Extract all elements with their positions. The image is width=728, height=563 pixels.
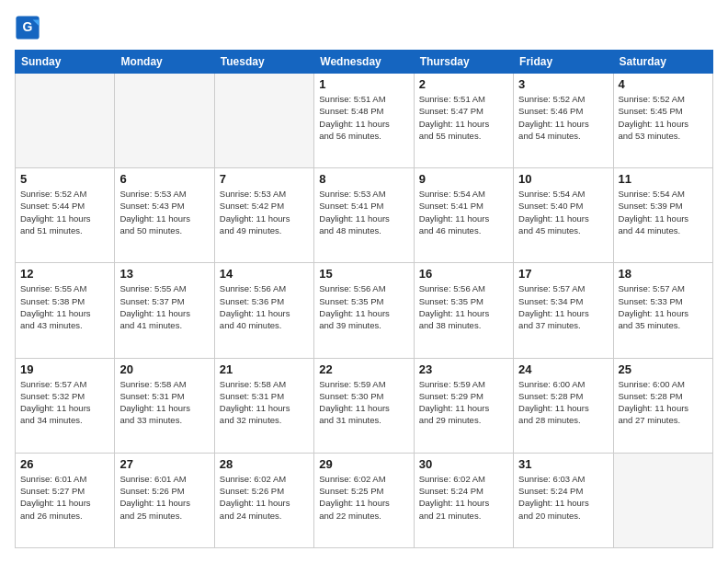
day-info: Sunrise: 6:02 AMSunset: 5:24 PMDaylight:… [419,473,508,522]
calendar-cell: 15Sunrise: 5:56 AMSunset: 5:35 PMDayligh… [314,263,414,358]
day-info: Sunrise: 5:54 AMSunset: 5:39 PMDaylight:… [619,188,708,236]
week-row-5: 26Sunrise: 6:01 AMSunset: 5:27 PMDayligh… [16,453,713,547]
day-number: 13 [119,267,209,281]
day-number: 17 [518,267,608,281]
logo: G [15,15,44,40]
week-row-3: 12Sunrise: 5:55 AMSunset: 5:38 PMDayligh… [16,263,713,358]
calendar-cell: 7Sunrise: 5:53 AMSunset: 5:42 PMDaylight… [214,168,313,263]
weekday-header-sunday: Sunday [16,51,115,74]
day-number: 10 [518,172,608,186]
day-number: 21 [220,362,309,376]
page: G SundayMondayTuesdayWednesdayThursdayFr… [0,0,728,563]
calendar-cell: 8Sunrise: 5:53 AMSunset: 5:41 PMDaylight… [314,168,414,263]
weekday-header-wednesday: Wednesday [314,51,414,74]
weekday-header-thursday: Thursday [414,51,513,74]
calendar-cell [16,74,115,168]
calendar-cell: 27Sunrise: 6:01 AMSunset: 5:26 PMDayligh… [115,453,214,547]
day-number: 27 [119,457,209,471]
day-number: 26 [20,457,109,471]
day-info: Sunrise: 5:52 AMSunset: 5:46 PMDaylight:… [518,93,608,142]
calendar-cell: 9Sunrise: 5:54 AMSunset: 5:41 PMDaylight… [414,168,513,263]
calendar-cell: 6Sunrise: 5:53 AMSunset: 5:43 PMDaylight… [115,168,214,263]
day-number: 23 [419,362,508,376]
calendar-table: SundayMondayTuesdayWednesdayThursdayFrid… [15,50,713,548]
day-info: Sunrise: 5:53 AMSunset: 5:41 PMDaylight:… [319,188,408,236]
day-number: 28 [220,457,309,471]
calendar-cell [613,453,712,547]
day-number: 19 [20,362,109,376]
day-number: 25 [619,362,708,376]
day-info: Sunrise: 5:56 AMSunset: 5:35 PMDaylight:… [419,282,508,331]
weekday-header-row: SundayMondayTuesdayWednesdayThursdayFrid… [16,51,713,74]
day-number: 14 [220,267,309,281]
calendar-cell: 19Sunrise: 5:57 AMSunset: 5:32 PMDayligh… [16,358,115,453]
day-number: 22 [319,362,408,376]
day-number: 31 [518,457,608,471]
day-number: 30 [419,457,508,471]
day-info: Sunrise: 5:51 AMSunset: 5:47 PMDaylight:… [419,93,508,142]
calendar-cell [214,74,313,168]
calendar-cell: 5Sunrise: 5:52 AMSunset: 5:44 PMDaylight… [16,168,115,263]
day-info: Sunrise: 5:53 AMSunset: 5:42 PMDaylight:… [220,188,309,236]
calendar-cell: 25Sunrise: 6:00 AMSunset: 5:28 PMDayligh… [613,358,712,453]
calendar-cell: 1Sunrise: 5:51 AMSunset: 5:48 PMDaylight… [314,74,414,168]
calendar-cell [115,74,214,168]
day-number: 15 [319,267,408,281]
calendar-cell: 11Sunrise: 5:54 AMSunset: 5:39 PMDayligh… [613,168,712,263]
week-row-2: 5Sunrise: 5:52 AMSunset: 5:44 PMDaylight… [16,168,713,263]
day-number: 18 [619,267,708,281]
day-number: 3 [518,77,608,91]
day-number: 11 [619,172,708,186]
day-info: Sunrise: 5:51 AMSunset: 5:48 PMDaylight:… [319,93,408,142]
day-info: Sunrise: 6:02 AMSunset: 5:26 PMDaylight:… [220,473,309,522]
calendar-cell: 22Sunrise: 5:59 AMSunset: 5:30 PMDayligh… [314,358,414,453]
day-number: 29 [319,457,408,471]
calendar-cell: 3Sunrise: 5:52 AMSunset: 5:46 PMDaylight… [514,74,613,168]
week-row-1: 1Sunrise: 5:51 AMSunset: 5:48 PMDaylight… [16,74,713,168]
calendar-cell: 17Sunrise: 5:57 AMSunset: 5:34 PMDayligh… [514,263,613,358]
day-info: Sunrise: 6:03 AMSunset: 5:24 PMDaylight:… [518,473,608,522]
weekday-header-friday: Friday [514,51,613,74]
day-info: Sunrise: 6:02 AMSunset: 5:25 PMDaylight:… [319,473,408,522]
calendar-cell: 20Sunrise: 5:58 AMSunset: 5:31 PMDayligh… [115,358,214,453]
day-number: 2 [419,77,508,91]
calendar-cell: 26Sunrise: 6:01 AMSunset: 5:27 PMDayligh… [16,453,115,547]
day-number: 20 [119,362,209,376]
day-number: 7 [220,172,309,186]
day-number: 12 [20,267,109,281]
calendar-cell: 14Sunrise: 5:56 AMSunset: 5:36 PMDayligh… [214,263,313,358]
day-info: Sunrise: 5:52 AMSunset: 5:45 PMDaylight:… [619,93,708,142]
day-info: Sunrise: 6:01 AMSunset: 5:27 PMDaylight:… [20,473,109,522]
calendar-cell: 16Sunrise: 5:56 AMSunset: 5:35 PMDayligh… [414,263,513,358]
calendar-cell: 10Sunrise: 5:54 AMSunset: 5:40 PMDayligh… [514,168,613,263]
day-info: Sunrise: 5:59 AMSunset: 5:29 PMDaylight:… [419,378,508,427]
calendar-cell: 4Sunrise: 5:52 AMSunset: 5:45 PMDaylight… [613,74,712,168]
calendar-cell: 12Sunrise: 5:55 AMSunset: 5:38 PMDayligh… [16,263,115,358]
day-info: Sunrise: 5:55 AMSunset: 5:37 PMDaylight:… [119,282,209,331]
day-info: Sunrise: 6:00 AMSunset: 5:28 PMDaylight:… [619,378,708,427]
day-info: Sunrise: 6:00 AMSunset: 5:28 PMDaylight:… [518,378,608,427]
calendar-cell: 21Sunrise: 5:58 AMSunset: 5:31 PMDayligh… [214,358,313,453]
header: G [15,15,713,40]
day-info: Sunrise: 5:54 AMSunset: 5:41 PMDaylight:… [419,188,508,236]
day-number: 6 [119,172,209,186]
day-number: 24 [518,362,608,376]
day-number: 5 [20,172,109,186]
day-info: Sunrise: 5:57 AMSunset: 5:33 PMDaylight:… [619,282,708,331]
day-number: 8 [319,172,408,186]
svg-text:G: G [23,19,33,34]
day-number: 4 [619,77,708,91]
day-info: Sunrise: 5:57 AMSunset: 5:32 PMDaylight:… [20,378,109,427]
day-info: Sunrise: 5:59 AMSunset: 5:30 PMDaylight:… [319,378,408,427]
calendar-cell: 2Sunrise: 5:51 AMSunset: 5:47 PMDaylight… [414,74,513,168]
weekday-header-tuesday: Tuesday [214,51,313,74]
day-info: Sunrise: 5:55 AMSunset: 5:38 PMDaylight:… [20,282,109,331]
weekday-header-monday: Monday [115,51,214,74]
day-info: Sunrise: 6:01 AMSunset: 5:26 PMDaylight:… [119,473,209,522]
day-info: Sunrise: 5:56 AMSunset: 5:36 PMDaylight:… [220,282,309,331]
day-number: 9 [419,172,508,186]
logo-icon: G [15,15,40,40]
calendar-cell: 31Sunrise: 6:03 AMSunset: 5:24 PMDayligh… [514,453,613,547]
day-info: Sunrise: 5:54 AMSunset: 5:40 PMDaylight:… [518,188,608,236]
calendar-cell: 18Sunrise: 5:57 AMSunset: 5:33 PMDayligh… [613,263,712,358]
